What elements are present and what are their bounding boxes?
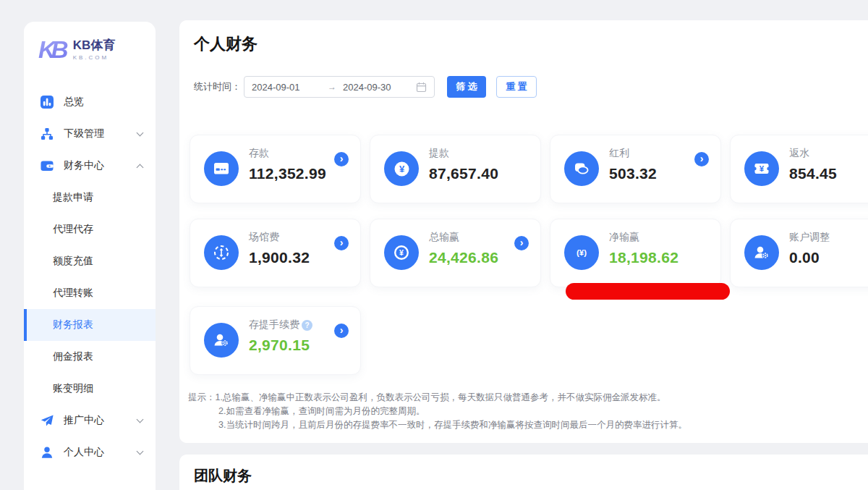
- filter-button[interactable]: 筛选: [447, 76, 486, 98]
- sidebar-item-label: 额度充值: [53, 255, 93, 268]
- sidebar-item-finance-center[interactable]: 财务中心: [24, 150, 156, 182]
- venue-fee-icon: [204, 235, 239, 270]
- team-finance-title: 团队财务: [194, 466, 252, 486]
- card-label: 账户调整: [789, 231, 830, 244]
- sidebar-item-commission-report[interactable]: 佣金报表: [24, 341, 156, 373]
- card-label: 红利: [609, 147, 629, 160]
- sidebar-item-withdrawal-request[interactable]: 提款申请: [24, 182, 156, 214]
- card-detail-arrow-button[interactable]: ›: [334, 236, 349, 250]
- chevron-down-icon: [137, 416, 144, 423]
- chevron-down-icon: [137, 130, 144, 137]
- svg-text:¥: ¥: [760, 164, 765, 173]
- stat-time-label: 统计时间：: [194, 80, 241, 93]
- sidebar-item-agent-deposit[interactable]: 代理代存: [24, 214, 156, 245]
- card-rebate: ¥ 返水 854.45: [730, 135, 868, 203]
- card-value: 854.45: [789, 165, 837, 182]
- sidebar-item-label: 代理转账: [53, 287, 93, 300]
- card-value: 87,657.40: [429, 165, 498, 182]
- page-title: 个人财务: [194, 33, 258, 55]
- sidebar-item-label: 财务中心: [64, 159, 104, 172]
- calendar-icon: [416, 82, 427, 93]
- ticket-yen-icon: ¥: [744, 151, 779, 186]
- sidebar-item-agent-transfer[interactable]: 代理转账: [24, 277, 156, 309]
- sidebar-item-overview[interactable]: 总览: [24, 86, 156, 118]
- card-value: 2,970.15: [249, 337, 310, 354]
- card-label-text: 存提手续费: [249, 318, 299, 331]
- sidebar-item-label: 财务报表: [53, 318, 93, 331]
- sidebar-item-personal-center[interactable]: 个人中心: [24, 436, 156, 468]
- wallet-icon: [40, 159, 54, 173]
- team-finance-panel: 团队财务: [179, 455, 868, 490]
- card-label: 存提手续费 ?: [249, 318, 312, 331]
- sidebar-item-label: 代理代存: [53, 223, 93, 236]
- card-venue-fee: 场馆费 1,900.32 ›: [190, 219, 361, 287]
- tips-line-2: 2.如需查看净输赢，查询时间需为月份的完整周期。: [218, 405, 687, 418]
- logo-subtitle: KB.COM: [73, 54, 116, 61]
- personal-finance-panel: 个人财务 统计时间： 2024-09-01 → 2024-09-30 筛选 重置…: [179, 20, 868, 443]
- credit-card-icon: [204, 151, 239, 186]
- card-value: 503.32: [609, 165, 657, 182]
- coins-icon: [564, 151, 599, 186]
- yen-ring-icon: ¥: [384, 235, 419, 270]
- card-label: 存款: [249, 147, 269, 160]
- card-detail-arrow-button[interactable]: ›: [514, 236, 529, 250]
- card-label: 净输赢: [609, 231, 639, 244]
- card-deposit-withdrawal-fee: 存提手续费 ? 2,970.15 ›: [190, 306, 361, 375]
- card-value: 1,900.32: [249, 249, 310, 266]
- tips-line-1: 1.总输赢、净输赢中正数表示公司盈利，负数表示公司亏损，每天数据只做普通参考，并…: [216, 391, 666, 405]
- tips-line-3: 3.当统计时间跨月，且前后月份的存提费率不一致时，存提手续费和净输赢将按查询时间…: [218, 418, 687, 432]
- card-detail-arrow-button[interactable]: ›: [334, 152, 349, 166]
- sidebar-item-label: 推广中心: [64, 414, 104, 427]
- start-date-field[interactable]: 2024-09-01: [252, 82, 321, 93]
- svg-text:¥: ¥: [399, 248, 404, 257]
- sidebar-item-quota-recharge[interactable]: 额度充值: [24, 245, 156, 277]
- chart-icon: [40, 95, 54, 109]
- logo-title: KB体育: [73, 38, 116, 53]
- plane-icon: [40, 413, 54, 428]
- sidebar-item-financial-report[interactable]: 财务报表: [24, 309, 156, 341]
- sidebar-item-promotion-center[interactable]: 推广中心: [24, 405, 156, 436]
- card-label: 提款: [429, 147, 449, 160]
- sidebar-item-label: 个人中心: [64, 446, 104, 459]
- end-date-field[interactable]: 2024-09-30: [343, 82, 416, 93]
- card-detail-arrow-button[interactable]: ›: [694, 152, 709, 166]
- logo-kb-mark: KB: [38, 38, 72, 62]
- sidebar-item-label: 佣金报表: [53, 350, 93, 363]
- card-net-winloss: (¥) 净输赢 18,198.62: [550, 219, 721, 287]
- user-icon: [40, 445, 54, 460]
- chevron-up-icon: [137, 164, 144, 172]
- yen-paren-icon: (¥): [564, 235, 599, 270]
- card-deposit: 存款 112,352.99 ›: [190, 135, 361, 203]
- yen-disc-icon: ¥: [384, 151, 419, 186]
- app-logo[interactable]: KB KB体育 KB.COM: [24, 22, 156, 62]
- date-range-arrow: →: [321, 82, 343, 92]
- reset-button[interactable]: 重置: [496, 76, 537, 98]
- chevron-down-icon: [137, 448, 144, 455]
- sidebar-item-label: 下级管理: [64, 127, 104, 140]
- card-total-winloss: ¥ 总输赢 24,426.86 ›: [370, 219, 541, 287]
- card-label: 场馆费: [249, 231, 279, 244]
- red-underline-marker: [566, 283, 730, 300]
- filter-row: 统计时间： 2024-09-01 → 2024-09-30 筛选 重置: [194, 76, 537, 98]
- card-bonus: 红利 503.32 ›: [550, 135, 721, 203]
- sidebar-menu: 总览 下级管理 财务中心 提款申请 代理代存 额度充值 代理转账: [24, 86, 156, 468]
- svg-text:(¥): (¥): [576, 248, 587, 257]
- svg-text:¥: ¥: [399, 164, 404, 174]
- tips-section: 提示： 1.总输赢、净输赢中正数表示公司盈利，负数表示公司亏损，每天数据只做普通…: [188, 391, 687, 432]
- card-account-adjustment: 账户调整 0.00: [730, 219, 868, 287]
- card-value: 18,198.62: [609, 249, 678, 266]
- user-gear-icon: [744, 235, 779, 270]
- tips-prefix: 提示：: [188, 391, 216, 405]
- sidebar-item-account-changes[interactable]: 账变明细: [24, 373, 156, 405]
- card-detail-arrow-button[interactable]: ›: [334, 324, 349, 338]
- sidebar-item-label: 总览: [64, 96, 84, 109]
- sidebar-item-subordinate-mgmt[interactable]: 下级管理: [24, 118, 156, 150]
- help-icon[interactable]: ?: [302, 320, 312, 331]
- card-withdrawal: ¥ 提款 87,657.40: [370, 135, 541, 203]
- date-range-input[interactable]: 2024-09-01 → 2024-09-30: [244, 76, 435, 98]
- card-value: 24,426.86: [429, 249, 498, 266]
- card-label: 总输赢: [429, 231, 459, 244]
- sidebar-item-label: 提款申请: [53, 191, 93, 204]
- sidebar-item-label: 账变明细: [53, 382, 93, 395]
- org-icon: [40, 127, 54, 141]
